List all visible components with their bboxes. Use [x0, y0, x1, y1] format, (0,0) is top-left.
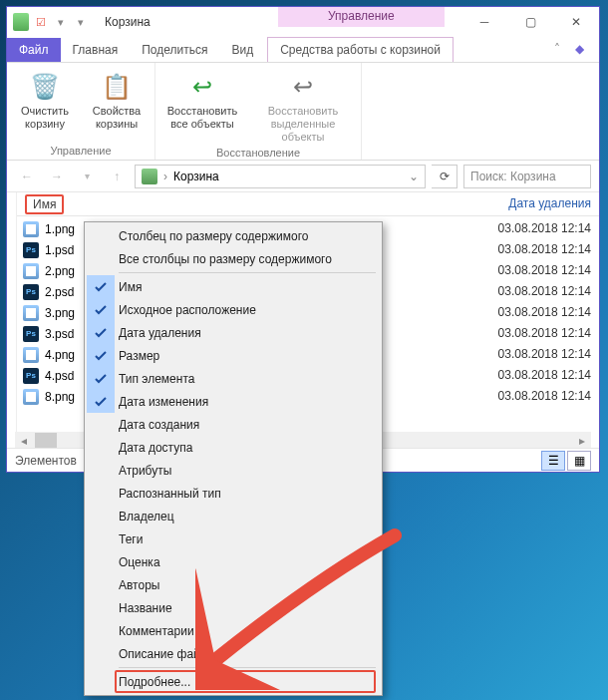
check-icon	[87, 390, 115, 413]
png-file-icon	[23, 305, 39, 321]
check-icon	[87, 275, 115, 298]
png-file-icon	[23, 389, 39, 405]
tab-recycle-tools[interactable]: Средства работы с корзиной	[267, 37, 454, 62]
file-name: 8.png	[45, 390, 75, 404]
date-cell: 03.08.2018 12:14	[498, 302, 591, 323]
ctx-column-toggle[interactable]: Имя	[87, 275, 380, 298]
date-cell: 03.08.2018 12:14	[498, 323, 591, 344]
ctx-column-toggle[interactable]: Дата удаления	[87, 321, 380, 344]
check-icon	[87, 550, 115, 573]
ctx-item-label: Размер	[119, 349, 159, 363]
ctx-item-label: Владелец	[119, 510, 174, 524]
check-icon	[87, 527, 115, 550]
ctx-item-label: Комментарии	[119, 624, 194, 638]
recycle-bin-icon	[142, 169, 157, 184]
column-deleted-header[interactable]: Дата удаления	[508, 196, 591, 210]
search-input[interactable]: Поиск: Корзина	[463, 165, 591, 188]
column-context-menu: Столбец по размеру содержимого Все столб…	[84, 221, 383, 696]
ctx-size-column[interactable]: Столбец по размеру содержимого	[87, 224, 380, 247]
status-text: Элементов	[15, 454, 77, 468]
tab-view[interactable]: Вид	[219, 38, 265, 62]
recycle-bin-icon	[13, 14, 29, 30]
date-cell: 03.08.2018 12:14	[498, 344, 591, 365]
address-bar[interactable]: › Корзина ⌄	[135, 165, 426, 188]
group-manage-title: Управление	[50, 142, 111, 160]
refresh-button[interactable]: ⟳	[432, 165, 457, 188]
view-icons-button[interactable]: ▦	[567, 451, 591, 471]
view-details-button[interactable]: ☰	[541, 451, 565, 471]
file-name: 4.png	[45, 348, 75, 362]
ctx-column-toggle[interactable]: Исходное расположение	[87, 298, 380, 321]
address-segment[interactable]: Корзина	[173, 170, 219, 183]
ctx-item-label: Дата создания	[119, 418, 199, 432]
tab-file[interactable]: Файл	[7, 38, 61, 62]
separator	[119, 667, 376, 668]
ctx-column-toggle[interactable]: Распознанный тип	[87, 482, 380, 505]
ctx-column-toggle[interactable]: Теги	[87, 527, 380, 550]
ctx-column-toggle[interactable]: Размер	[87, 344, 380, 367]
psd-file-icon: Ps	[23, 284, 39, 300]
png-file-icon	[23, 221, 39, 237]
address-dropdown-icon[interactable]: ⌄	[409, 170, 419, 183]
separator	[119, 272, 376, 273]
title-bar[interactable]: ☑ ▾ ▾ Корзина Управление ─ ▢ ✕	[7, 7, 599, 37]
tab-home[interactable]: Главная	[61, 38, 131, 62]
quick-access-toolbar: ☑ ▾ ▾	[7, 14, 95, 30]
nav-history-dropdown[interactable]: ▾	[75, 165, 99, 188]
ctx-column-toggle[interactable]: Комментарии	[87, 619, 380, 642]
file-name: 2.png	[45, 264, 75, 278]
ctx-column-toggle[interactable]: Тип элемента	[87, 367, 380, 390]
dates-column: 03.08.2018 12:1403.08.2018 12:1403.08.20…	[498, 218, 591, 407]
checkbox-icon[interactable]: ☑	[33, 14, 49, 30]
overflow-icon[interactable]: ▾	[73, 14, 89, 30]
ctx-column-toggle[interactable]: Описание файла	[87, 642, 380, 665]
ctx-column-toggle[interactable]: Дата изменения	[87, 390, 380, 413]
ctx-item-label: Дата доступа	[119, 441, 192, 455]
close-button[interactable]: ✕	[553, 7, 599, 37]
minimize-button[interactable]: ─	[461, 7, 507, 37]
ctx-item-label: Атрибуты	[119, 464, 171, 478]
ctx-item-label: Оценка	[119, 555, 160, 569]
help-icon[interactable]: ◆	[567, 37, 591, 61]
date-cell: 03.08.2018 12:14	[498, 386, 591, 407]
address-chevron-icon[interactable]: ›	[163, 170, 167, 183]
ctx-column-toggle[interactable]: Авторы	[87, 573, 380, 596]
dropdown-icon[interactable]: ▾	[53, 14, 69, 30]
check-icon	[87, 298, 115, 321]
nav-pane-edge[interactable]	[7, 192, 17, 450]
png-file-icon	[23, 347, 39, 363]
file-name: 3.psd	[45, 327, 74, 341]
ctx-column-toggle[interactable]: Дата создания	[87, 413, 380, 436]
tab-share[interactable]: Поделиться	[130, 38, 219, 62]
nav-back-button[interactable]: ←	[15, 165, 39, 188]
check-icon	[87, 459, 115, 482]
psd-file-icon: Ps	[23, 242, 39, 258]
column-name-header[interactable]: Имя	[17, 194, 85, 214]
restore-all-button[interactable]: ↩ Восстановить все объекты	[163, 67, 241, 144]
ctx-size-all-columns[interactable]: Все столбцы по размеру содержимого	[87, 247, 380, 270]
ribbon: 🗑️ Очистить корзину 📋 Свойства корзины У…	[7, 63, 599, 161]
ctx-column-toggle[interactable]: Дата доступа	[87, 436, 380, 459]
maximize-button[interactable]: ▢	[507, 7, 553, 37]
check-icon	[87, 367, 115, 390]
scroll-thumb[interactable]	[35, 433, 57, 449]
ctx-item-label: Описание файла	[119, 647, 213, 661]
nav-forward-button[interactable]: →	[45, 165, 69, 188]
restore-selected-button[interactable]: ↩ Восстановить выделенные объекты	[253, 67, 353, 144]
ctx-column-toggle[interactable]: Владелец	[87, 505, 380, 527]
nav-up-button[interactable]: ↑	[105, 165, 129, 188]
file-name: 1.png	[45, 222, 75, 236]
ctx-item-label: Распознанный тип	[119, 487, 221, 501]
ctx-more[interactable]: Подробнее...	[87, 670, 380, 693]
ctx-column-toggle[interactable]: Оценка	[87, 550, 380, 573]
ctx-column-toggle[interactable]: Название	[87, 596, 380, 619]
recycle-properties-button[interactable]: 📋 Свойства корзины	[87, 67, 147, 142]
date-cell: 03.08.2018 12:14	[498, 260, 591, 281]
date-cell: 03.08.2018 12:14	[498, 365, 591, 386]
check-icon	[87, 573, 115, 596]
ctx-column-toggle[interactable]: Атрибуты	[87, 459, 380, 482]
restore-selected-icon: ↩	[287, 71, 319, 103]
collapse-ribbon-icon[interactable]: ˄	[545, 37, 569, 61]
check-icon	[87, 436, 115, 459]
empty-recycle-button[interactable]: 🗑️ Очистить корзину	[15, 67, 75, 142]
